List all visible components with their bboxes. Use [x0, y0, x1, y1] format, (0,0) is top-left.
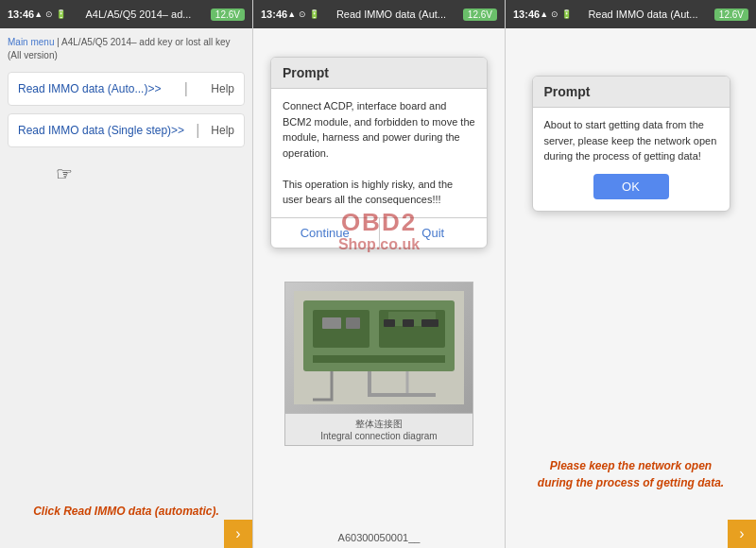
- next-arrow-right[interactable]: ›: [728, 520, 756, 548]
- status-icons-right: ▲ ⊙ 🔋: [540, 9, 572, 19]
- status-bar-middle: 13:46 ▲ ⊙ 🔋 Read IMMO data (Aut... 12.6V: [253, 0, 505, 28]
- dialog-actions-middle: Continue Quit: [271, 217, 487, 248]
- dialog-title-middle: Prompt: [271, 58, 487, 89]
- time-right: 13:46: [513, 9, 540, 20]
- voltage-left: 12.6V: [211, 9, 245, 21]
- connection-image: [284, 282, 473, 414]
- wifi-icon: ⊙: [45, 9, 53, 19]
- svg-rect-4: [322, 317, 341, 329]
- dialog-text-right: About to start getting data from the ser…: [544, 119, 717, 162]
- battery-icon-mid: 🔋: [309, 9, 319, 19]
- next-arrow-left[interactable]: ›: [224, 520, 252, 548]
- breadcrumb: Main menu | A4L/A5/Q5 2014– add key or l…: [8, 36, 245, 62]
- status-icons-middle: ▲ ⊙ 🔋: [287, 9, 319, 19]
- signal-icon-right: ▲: [540, 9, 548, 19]
- voltage-middle: 12.6V: [463, 9, 497, 21]
- menu-item-auto-divider: |: [184, 80, 188, 97]
- menu-item-auto-label: Read IMMO data (Auto...)>>: [18, 82, 161, 95]
- status-icons-left: ▲ ⊙ 🔋: [34, 9, 66, 19]
- continue-button[interactable]: Continue: [271, 218, 380, 248]
- caption-english: Integral connection diagram: [320, 431, 437, 441]
- connection-image-area: 整体连接图 Integral connection diagram: [284, 263, 473, 446]
- menu-item-single-divider: |: [196, 122, 199, 139]
- menu-item-single-label: Read IMMO data (Single step)>>: [18, 124, 184, 137]
- time-left: 13:46: [8, 9, 34, 20]
- cursor-icon: ☞: [56, 163, 73, 185]
- svg-rect-9: [403, 319, 414, 327]
- status-bar-right: 13:46 ▲ ⊙ 🔋 Read IMMO data (Aut... 12.6V: [506, 0, 756, 28]
- svg-rect-5: [346, 317, 360, 329]
- network-note: Please keep the network openduring the p…: [515, 457, 747, 491]
- svg-rect-2: [313, 310, 369, 348]
- panel-right-content: Prompt About to start getting data from …: [506, 28, 756, 548]
- menu-item-single[interactable]: Read IMMO data (Single step)>> | Help: [8, 113, 245, 147]
- dialog-text-middle: Connect ACDP, interface board and BCM2 m…: [283, 100, 475, 205]
- pcb-placeholder: [285, 283, 472, 413]
- menu-item-single-help[interactable]: Help: [211, 124, 234, 137]
- svg-rect-10: [421, 319, 438, 327]
- svg-rect-8: [384, 319, 395, 327]
- time-middle: 13:46: [261, 9, 287, 20]
- panel-title-right: Read IMMO data (Aut...: [572, 9, 714, 20]
- breadcrumb-main[interactable]: Main menu: [8, 37, 54, 47]
- ok-button[interactable]: OK: [593, 174, 669, 199]
- wifi-icon-mid: ⊙: [299, 9, 306, 19]
- dialog-body-middle: Connect ACDP, interface board and BCM2 m…: [271, 89, 487, 217]
- quit-button[interactable]: Quit: [380, 218, 488, 248]
- bottom-code: A60300050001__: [253, 532, 505, 543]
- status-bar-left: 13:46 ▲ ⊙ 🔋 A4L/A5/Q5 2014– ad... 12.6V: [0, 0, 252, 28]
- menu-item-auto-help[interactable]: Help: [211, 82, 234, 95]
- signal-icon: ▲: [34, 9, 43, 19]
- battery-icon: 🔋: [56, 9, 66, 19]
- caption-chinese: 整体连接图: [355, 419, 403, 429]
- pcb-svg: [294, 291, 464, 404]
- bottom-instruction: Click Read IMMO data (automatic).: [0, 504, 252, 520]
- panel-right: 13:46 ▲ ⊙ 🔋 Read IMMO data (Aut... 12.6V…: [506, 0, 756, 548]
- panel-left-content: Main menu | A4L/A5/Q5 2014– add key or l…: [0, 28, 252, 548]
- panel-middle-content: Prompt Connect ACDP, interface board and…: [253, 28, 505, 548]
- image-caption: 整体连接图 Integral connection diagram: [284, 414, 473, 446]
- panel-left: 13:46 ▲ ⊙ 🔋 A4L/A5/Q5 2014– ad... 12.6V …: [0, 0, 253, 548]
- svg-rect-7: [313, 355, 445, 363]
- menu-item-auto[interactable]: Read IMMO data (Auto...)>> ☞ | Help: [8, 72, 245, 106]
- voltage-right: 12.6V: [714, 9, 748, 21]
- wifi-icon-right: ⊙: [551, 9, 558, 19]
- panel-title-left: A4L/A5/Q5 2014– ad...: [66, 9, 211, 20]
- signal-icon-mid: ▲: [287, 9, 296, 19]
- dialog-title-right: Prompt: [533, 77, 730, 108]
- battery-icon-right: 🔋: [561, 9, 572, 19]
- dialog-body-right: About to start getting data from the ser…: [533, 108, 730, 174]
- prompt-dialog-right: Prompt About to start getting data from …: [532, 76, 730, 212]
- panel-title-middle: Read IMMO data (Aut...: [319, 9, 463, 20]
- prompt-dialog-middle: Prompt Connect ACDP, interface board and…: [270, 57, 488, 248]
- panel-middle: 13:46 ▲ ⊙ 🔋 Read IMMO data (Aut... 12.6V…: [253, 0, 506, 548]
